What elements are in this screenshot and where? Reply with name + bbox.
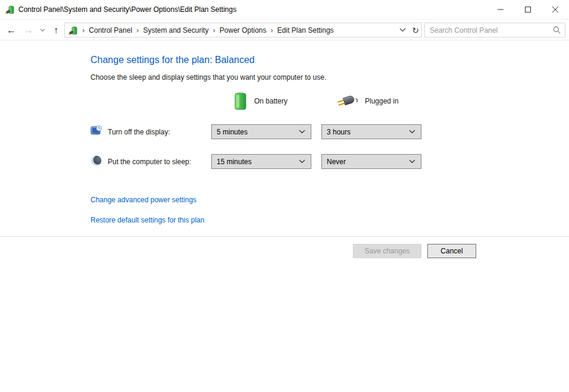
link-change-advanced-power-settings[interactable]: Change advanced power settings xyxy=(90,196,196,204)
combo-display-on-battery[interactable]: 5 minutes xyxy=(211,124,311,139)
plug-icon xyxy=(335,94,358,108)
minimize-icon xyxy=(498,7,504,12)
row-label-computer-sleep: Put the computer to sleep: xyxy=(108,158,191,166)
combo-value: 3 hours xyxy=(327,128,351,136)
breadcrumb-separator: › xyxy=(212,26,215,34)
forward-button[interactable]: → xyxy=(21,20,36,40)
combo-sleep-plugged-in[interactable]: Never xyxy=(321,154,421,169)
power-plan-icon xyxy=(5,5,15,14)
breadcrumb-separator: › xyxy=(82,26,85,34)
chevron-down-icon xyxy=(409,130,415,134)
minimize-button[interactable] xyxy=(487,0,514,19)
recent-locations-button[interactable] xyxy=(37,20,48,40)
column-label: On battery xyxy=(254,97,287,105)
row-label-turn-off-display: Turn off the display: xyxy=(108,128,170,136)
up-button[interactable]: ↑ xyxy=(49,20,63,40)
battery-icon xyxy=(234,92,247,110)
breadcrumb-item-control-panel[interactable]: Control Panel xyxy=(89,26,132,35)
combo-display-plugged-in[interactable]: 3 hours xyxy=(321,124,421,139)
window-controls xyxy=(487,0,569,19)
search-box xyxy=(424,23,565,37)
column-label: Plugged in xyxy=(365,97,399,105)
breadcrumb-item-system-and-security[interactable]: System and Security xyxy=(143,26,208,35)
breadcrumb-separator: › xyxy=(136,26,139,34)
sleep-icon xyxy=(90,155,102,167)
save-changes-button[interactable]: Save changes xyxy=(353,244,421,258)
back-icon: ← xyxy=(7,26,16,35)
page-title: Change settings for the plan: Balanced xyxy=(90,55,255,65)
search-input[interactable] xyxy=(430,26,552,35)
back-button[interactable]: ← xyxy=(4,20,19,40)
close-icon xyxy=(552,7,558,12)
link-restore-default-settings[interactable]: Restore default settings for this plan xyxy=(90,216,204,224)
refresh-icon[interactable]: ↻ xyxy=(412,26,419,35)
window-title: Control Panel\System and Security\Power … xyxy=(18,5,236,14)
breadcrumb-separator: › xyxy=(271,26,273,34)
combo-value: 5 minutes xyxy=(217,128,248,136)
power-plan-icon xyxy=(68,26,78,35)
address-dropdown-chevron-icon[interactable] xyxy=(399,28,406,32)
edit-plan-settings-window: Control Panel\System and Security\Power … xyxy=(0,0,569,392)
display-icon xyxy=(90,125,102,137)
address-bar[interactable]: › Control Panel › System and Security › … xyxy=(64,23,422,37)
column-header-plugged-in: Plugged in xyxy=(335,94,399,108)
breadcrumb-item-edit-plan-settings[interactable]: Edit Plan Settings xyxy=(277,26,334,35)
column-header-on-battery: On battery xyxy=(234,92,287,110)
chevron-down-icon xyxy=(40,29,45,32)
chevron-down-icon xyxy=(299,159,305,164)
maximize-button[interactable] xyxy=(514,0,542,19)
chevron-down-icon xyxy=(409,159,415,164)
breadcrumb-item-power-options[interactable]: Power Options xyxy=(220,26,267,35)
search-icon[interactable] xyxy=(552,26,561,35)
page-description: Choose the sleep and display settings th… xyxy=(90,73,326,81)
cancel-button[interactable]: Cancel xyxy=(427,244,476,258)
maximize-icon xyxy=(525,7,531,12)
forward-icon: → xyxy=(24,26,33,35)
title-bar: Control Panel\System and Security\Power … xyxy=(0,0,569,20)
close-button[interactable] xyxy=(542,0,569,19)
combo-sleep-on-battery[interactable]: 15 minutes xyxy=(211,154,311,169)
navigation-bar: ← → ↑ › Control Panel › System and Secur… xyxy=(0,20,569,40)
up-icon: ↑ xyxy=(54,26,58,35)
footer-divider xyxy=(0,236,569,237)
combo-value: Never xyxy=(327,158,346,166)
combo-value: 15 minutes xyxy=(217,158,252,166)
chevron-down-icon xyxy=(299,130,305,134)
